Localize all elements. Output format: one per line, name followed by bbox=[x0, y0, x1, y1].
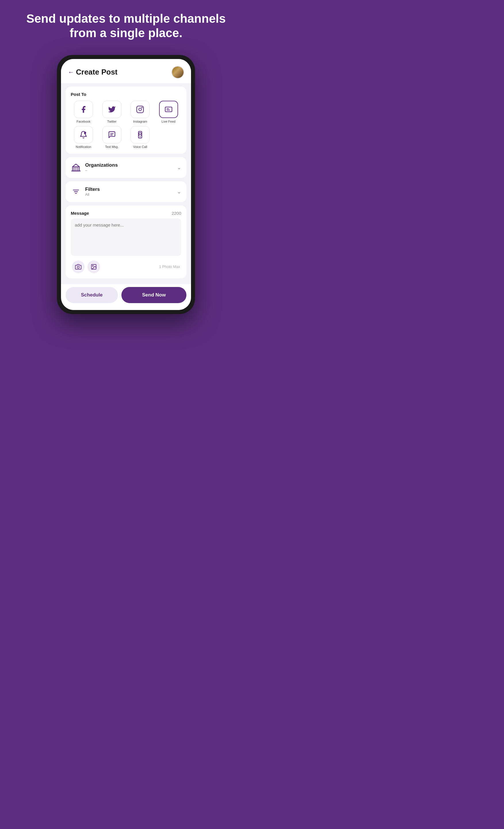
post-to-label: Post To bbox=[71, 92, 181, 97]
photo-max-label: 1 Photo Max bbox=[159, 264, 180, 269]
text-msg-label: Text Msg. bbox=[105, 145, 119, 148]
filters-title: Filters bbox=[85, 186, 173, 192]
organizations-subtitle: – bbox=[85, 168, 173, 172]
message-footer: 1 Photo Max bbox=[71, 260, 181, 273]
channels-row1: Facebook Twitter bbox=[71, 101, 181, 123]
building-icon bbox=[71, 163, 81, 173]
camera-icon bbox=[75, 264, 81, 270]
post-to-card: Post To Facebook bbox=[66, 87, 186, 154]
organizations-text: Organizations – bbox=[85, 163, 173, 172]
twitter-icon-box bbox=[103, 101, 121, 118]
svg-point-2 bbox=[142, 107, 143, 108]
instagram-icon bbox=[136, 105, 144, 113]
gallery-icon bbox=[91, 264, 97, 270]
organizations-row[interactable]: Organizations – ⌄ bbox=[71, 163, 181, 173]
instagram-label: Instagram bbox=[133, 120, 147, 123]
page-headline: Send updates to multiple channels from a… bbox=[25, 11, 227, 41]
back-button[interactable]: ← Create Post bbox=[68, 68, 118, 77]
svg-point-18 bbox=[92, 265, 93, 266]
screen-header: ← Create Post bbox=[61, 59, 191, 83]
svg-rect-3 bbox=[165, 107, 172, 112]
live-feed-icon-box bbox=[159, 101, 178, 118]
channel-text-msg[interactable]: Text Msg. bbox=[99, 126, 125, 148]
organizations-title: Organizations bbox=[85, 163, 173, 168]
notification-icon-box: 1 bbox=[74, 126, 93, 143]
channel-voice-call[interactable]: Voice Call bbox=[127, 126, 153, 148]
channels-row2: 1 Notification bbox=[71, 126, 181, 148]
facebook-icon bbox=[79, 105, 87, 113]
live-feed-label: Live Feed bbox=[162, 120, 176, 123]
organizations-chevron-icon: ⌄ bbox=[177, 165, 181, 171]
svg-point-16 bbox=[77, 266, 79, 268]
action-buttons-bar: Schedule Send Now bbox=[61, 284, 191, 310]
notification-icon: 1 bbox=[79, 131, 87, 139]
channel-facebook[interactable]: Facebook bbox=[71, 101, 96, 123]
channel-twitter[interactable]: Twitter bbox=[99, 101, 125, 123]
screen-title: Create Post bbox=[76, 68, 118, 77]
avatar[interactable] bbox=[171, 66, 184, 79]
screen-content: Post To Facebook bbox=[61, 83, 191, 284]
media-buttons bbox=[72, 260, 100, 273]
back-arrow-icon: ← bbox=[68, 69, 74, 76]
filter-icon bbox=[71, 186, 81, 197]
phone-shell: ← Create Post Post To bbox=[57, 55, 195, 314]
avatar-image bbox=[172, 67, 184, 78]
voice-call-icon-box bbox=[130, 126, 150, 143]
twitter-icon bbox=[108, 105, 116, 113]
text-msg-icon-box bbox=[103, 126, 121, 143]
send-now-button[interactable]: Send Now bbox=[121, 287, 186, 303]
channel-instagram[interactable]: Instagram bbox=[127, 101, 153, 123]
schedule-button[interactable]: Schedule bbox=[66, 287, 118, 303]
phone-screen: ← Create Post Post To bbox=[61, 59, 191, 310]
live-feed-icon bbox=[164, 105, 172, 113]
voice-call-label: Voice Call bbox=[133, 145, 147, 148]
gallery-button[interactable] bbox=[87, 260, 100, 273]
svg-rect-0 bbox=[137, 106, 144, 113]
camera-button[interactable] bbox=[72, 260, 85, 273]
message-input[interactable] bbox=[71, 218, 181, 256]
message-char-count: 2200 bbox=[172, 211, 181, 216]
facebook-label: Facebook bbox=[77, 120, 90, 123]
filters-chevron-icon: ⌄ bbox=[177, 188, 181, 195]
filters-text: Filters All bbox=[85, 186, 173, 196]
filters-row[interactable]: Filters All ⌄ bbox=[71, 186, 181, 197]
facebook-icon-box bbox=[74, 101, 93, 118]
svg-point-1 bbox=[139, 108, 142, 111]
text-msg-icon bbox=[108, 131, 116, 139]
channel-live-feed[interactable]: Live Feed bbox=[156, 101, 182, 123]
notification-label: Notification bbox=[76, 145, 91, 148]
twitter-label: Twitter bbox=[107, 120, 117, 123]
channel-notification[interactable]: 1 Notification bbox=[71, 126, 96, 148]
instagram-icon-box bbox=[130, 101, 150, 118]
filters-subtitle: All bbox=[85, 192, 173, 196]
voice-call-icon bbox=[136, 131, 144, 139]
filters-card: Filters All ⌄ bbox=[66, 181, 186, 202]
message-label: Message bbox=[71, 211, 89, 216]
organizations-card: Organizations – ⌄ bbox=[66, 157, 186, 178]
message-header: Message 2200 bbox=[71, 211, 181, 216]
message-card: Message 2200 bbox=[66, 206, 186, 278]
svg-text:1: 1 bbox=[85, 133, 85, 134]
